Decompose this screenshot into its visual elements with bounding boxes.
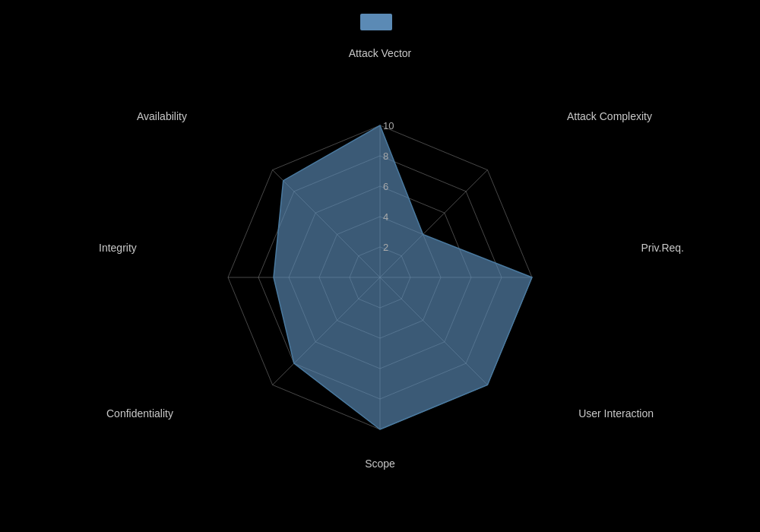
svg-text:6: 6: [383, 181, 388, 192]
axis-label-attack-vector: Attack Vector: [349, 47, 411, 59]
svg-marker-13: [274, 125, 532, 429]
axis-label-scope: Scope: [365, 458, 395, 470]
svg-text:10: 10: [383, 120, 394, 131]
axis-label-integrity: Integrity: [99, 242, 137, 254]
axis-label-confidentiality: Confidentiality: [106, 407, 173, 420]
radar-grid: 246810: [228, 120, 532, 429]
axis-label-user-interaction: User Interaction: [578, 407, 654, 420]
svg-text:8: 8: [383, 150, 388, 162]
axis-label-priv-req: Priv.Req.: [641, 242, 684, 254]
svg-text:2: 2: [383, 242, 388, 253]
svg-text:4: 4: [383, 211, 388, 223]
chart-container: .grid-line { stroke: #999; stroke-width:…: [0, 0, 760, 532]
axis-label-attack-complexity: Attack Complexity: [567, 110, 652, 122]
axis-label-availability: Availability: [137, 110, 187, 122]
radar-chart-svg: .grid-line { stroke: #999; stroke-width:…: [0, 0, 760, 532]
